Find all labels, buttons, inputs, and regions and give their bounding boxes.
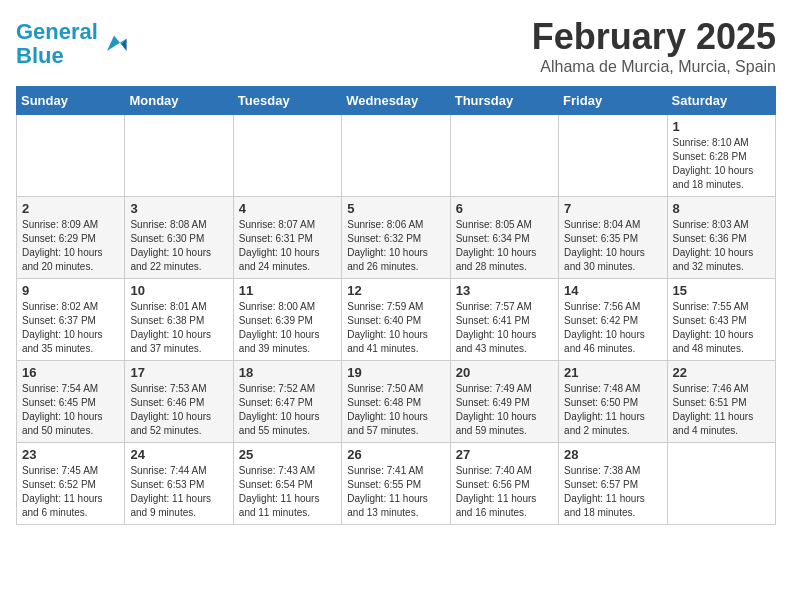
day-cell: 26Sunrise: 7:41 AM Sunset: 6:55 PM Dayli… — [342, 443, 450, 525]
weekday-header-wednesday: Wednesday — [342, 87, 450, 115]
day-info: Sunrise: 7:38 AM Sunset: 6:57 PM Dayligh… — [564, 464, 661, 520]
weekday-header-thursday: Thursday — [450, 87, 558, 115]
day-cell: 9Sunrise: 8:02 AM Sunset: 6:37 PM Daylig… — [17, 279, 125, 361]
day-cell: 20Sunrise: 7:49 AM Sunset: 6:49 PM Dayli… — [450, 361, 558, 443]
day-info: Sunrise: 7:59 AM Sunset: 6:40 PM Dayligh… — [347, 300, 444, 356]
day-number: 10 — [130, 283, 227, 298]
title-block: February 2025 Alhama de Murcia, Murcia, … — [532, 16, 776, 76]
day-cell — [450, 115, 558, 197]
day-cell: 3Sunrise: 8:08 AM Sunset: 6:30 PM Daylig… — [125, 197, 233, 279]
day-info: Sunrise: 7:55 AM Sunset: 6:43 PM Dayligh… — [673, 300, 770, 356]
day-cell: 7Sunrise: 8:04 AM Sunset: 6:35 PM Daylig… — [559, 197, 667, 279]
day-cell: 22Sunrise: 7:46 AM Sunset: 6:51 PM Dayli… — [667, 361, 775, 443]
day-cell: 19Sunrise: 7:50 AM Sunset: 6:48 PM Dayli… — [342, 361, 450, 443]
day-cell: 16Sunrise: 7:54 AM Sunset: 6:45 PM Dayli… — [17, 361, 125, 443]
day-cell: 1Sunrise: 8:10 AM Sunset: 6:28 PM Daylig… — [667, 115, 775, 197]
day-info: Sunrise: 7:53 AM Sunset: 6:46 PM Dayligh… — [130, 382, 227, 438]
day-number: 19 — [347, 365, 444, 380]
day-info: Sunrise: 8:02 AM Sunset: 6:37 PM Dayligh… — [22, 300, 119, 356]
day-number: 14 — [564, 283, 661, 298]
day-number: 7 — [564, 201, 661, 216]
day-info: Sunrise: 8:04 AM Sunset: 6:35 PM Dayligh… — [564, 218, 661, 274]
week-row-2: 2Sunrise: 8:09 AM Sunset: 6:29 PM Daylig… — [17, 197, 776, 279]
day-number: 1 — [673, 119, 770, 134]
day-cell: 14Sunrise: 7:56 AM Sunset: 6:42 PM Dayli… — [559, 279, 667, 361]
day-number: 16 — [22, 365, 119, 380]
day-info: Sunrise: 7:52 AM Sunset: 6:47 PM Dayligh… — [239, 382, 336, 438]
day-cell: 17Sunrise: 7:53 AM Sunset: 6:46 PM Dayli… — [125, 361, 233, 443]
day-info: Sunrise: 7:57 AM Sunset: 6:41 PM Dayligh… — [456, 300, 553, 356]
day-cell — [125, 115, 233, 197]
week-row-5: 23Sunrise: 7:45 AM Sunset: 6:52 PM Dayli… — [17, 443, 776, 525]
location-title: Alhama de Murcia, Murcia, Spain — [532, 58, 776, 76]
day-cell: 27Sunrise: 7:40 AM Sunset: 6:56 PM Dayli… — [450, 443, 558, 525]
logo-general: General — [16, 19, 98, 44]
day-number: 24 — [130, 447, 227, 462]
weekday-header-row: SundayMondayTuesdayWednesdayThursdayFrid… — [17, 87, 776, 115]
day-cell: 21Sunrise: 7:48 AM Sunset: 6:50 PM Dayli… — [559, 361, 667, 443]
day-cell: 8Sunrise: 8:03 AM Sunset: 6:36 PM Daylig… — [667, 197, 775, 279]
weekday-header-sunday: Sunday — [17, 87, 125, 115]
week-row-3: 9Sunrise: 8:02 AM Sunset: 6:37 PM Daylig… — [17, 279, 776, 361]
day-info: Sunrise: 7:54 AM Sunset: 6:45 PM Dayligh… — [22, 382, 119, 438]
day-number: 9 — [22, 283, 119, 298]
day-cell: 2Sunrise: 8:09 AM Sunset: 6:29 PM Daylig… — [17, 197, 125, 279]
day-number: 15 — [673, 283, 770, 298]
day-number: 26 — [347, 447, 444, 462]
day-info: Sunrise: 7:40 AM Sunset: 6:56 PM Dayligh… — [456, 464, 553, 520]
day-info: Sunrise: 7:46 AM Sunset: 6:51 PM Dayligh… — [673, 382, 770, 438]
header: GeneralBlue February 2025 Alhama de Murc… — [16, 16, 776, 76]
day-cell: 11Sunrise: 8:00 AM Sunset: 6:39 PM Dayli… — [233, 279, 341, 361]
day-cell: 10Sunrise: 8:01 AM Sunset: 6:38 PM Dayli… — [125, 279, 233, 361]
weekday-header-friday: Friday — [559, 87, 667, 115]
weekday-header-monday: Monday — [125, 87, 233, 115]
day-number: 12 — [347, 283, 444, 298]
day-number: 18 — [239, 365, 336, 380]
day-cell: 12Sunrise: 7:59 AM Sunset: 6:40 PM Dayli… — [342, 279, 450, 361]
day-number: 21 — [564, 365, 661, 380]
logo-text: GeneralBlue — [16, 20, 98, 68]
day-number: 28 — [564, 447, 661, 462]
day-info: Sunrise: 8:00 AM Sunset: 6:39 PM Dayligh… — [239, 300, 336, 356]
day-number: 8 — [673, 201, 770, 216]
day-cell — [233, 115, 341, 197]
day-number: 20 — [456, 365, 553, 380]
day-cell: 25Sunrise: 7:43 AM Sunset: 6:54 PM Dayli… — [233, 443, 341, 525]
logo-icon — [100, 30, 128, 58]
week-row-1: 1Sunrise: 8:10 AM Sunset: 6:28 PM Daylig… — [17, 115, 776, 197]
day-info: Sunrise: 7:48 AM Sunset: 6:50 PM Dayligh… — [564, 382, 661, 438]
logo: GeneralBlue — [16, 20, 128, 68]
day-number: 17 — [130, 365, 227, 380]
day-info: Sunrise: 8:05 AM Sunset: 6:34 PM Dayligh… — [456, 218, 553, 274]
day-cell: 28Sunrise: 7:38 AM Sunset: 6:57 PM Dayli… — [559, 443, 667, 525]
day-info: Sunrise: 7:43 AM Sunset: 6:54 PM Dayligh… — [239, 464, 336, 520]
day-cell — [342, 115, 450, 197]
weekday-header-saturday: Saturday — [667, 87, 775, 115]
day-number: 2 — [22, 201, 119, 216]
day-number: 13 — [456, 283, 553, 298]
day-info: Sunrise: 8:01 AM Sunset: 6:38 PM Dayligh… — [130, 300, 227, 356]
day-number: 11 — [239, 283, 336, 298]
day-number: 23 — [22, 447, 119, 462]
day-number: 5 — [347, 201, 444, 216]
day-info: Sunrise: 8:07 AM Sunset: 6:31 PM Dayligh… — [239, 218, 336, 274]
day-info: Sunrise: 7:56 AM Sunset: 6:42 PM Dayligh… — [564, 300, 661, 356]
day-info: Sunrise: 8:06 AM Sunset: 6:32 PM Dayligh… — [347, 218, 444, 274]
weekday-header-tuesday: Tuesday — [233, 87, 341, 115]
day-cell — [667, 443, 775, 525]
day-cell — [17, 115, 125, 197]
day-info: Sunrise: 7:41 AM Sunset: 6:55 PM Dayligh… — [347, 464, 444, 520]
day-cell: 4Sunrise: 8:07 AM Sunset: 6:31 PM Daylig… — [233, 197, 341, 279]
day-cell: 24Sunrise: 7:44 AM Sunset: 6:53 PM Dayli… — [125, 443, 233, 525]
day-info: Sunrise: 7:50 AM Sunset: 6:48 PM Dayligh… — [347, 382, 444, 438]
calendar-table: SundayMondayTuesdayWednesdayThursdayFrid… — [16, 86, 776, 525]
day-number: 27 — [456, 447, 553, 462]
day-info: Sunrise: 8:03 AM Sunset: 6:36 PM Dayligh… — [673, 218, 770, 274]
day-cell: 6Sunrise: 8:05 AM Sunset: 6:34 PM Daylig… — [450, 197, 558, 279]
day-info: Sunrise: 7:44 AM Sunset: 6:53 PM Dayligh… — [130, 464, 227, 520]
day-number: 25 — [239, 447, 336, 462]
logo-blue: Blue — [16, 43, 64, 68]
day-number: 6 — [456, 201, 553, 216]
day-info: Sunrise: 7:45 AM Sunset: 6:52 PM Dayligh… — [22, 464, 119, 520]
day-cell: 15Sunrise: 7:55 AM Sunset: 6:43 PM Dayli… — [667, 279, 775, 361]
